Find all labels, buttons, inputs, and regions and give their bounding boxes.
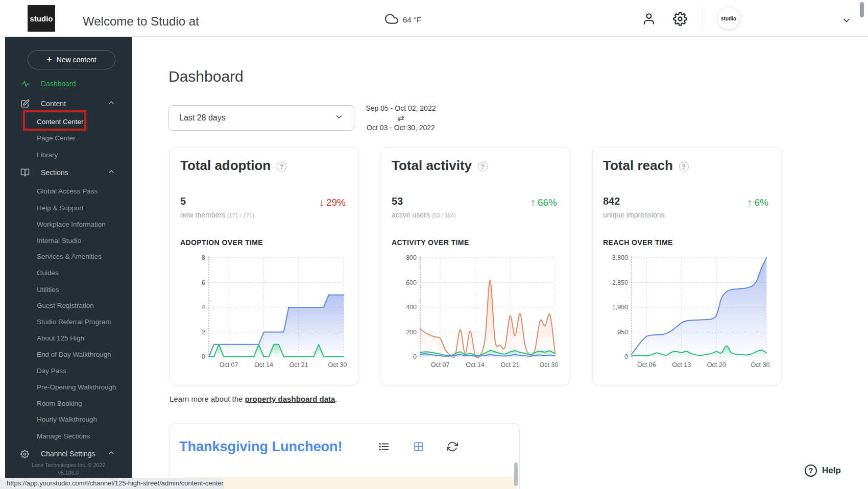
sidebar-item-internal-studio[interactable]: Internal Studio (5, 235, 132, 246)
chevron-up-icon[interactable] (107, 167, 116, 178)
chart-heading: ACTIVITY OVER TIME (392, 238, 469, 247)
svg-text:Oct 07: Oct 07 (220, 361, 238, 369)
book-icon (20, 167, 31, 178)
dashboard-data-link[interactable]: property dashboard data (245, 395, 335, 403)
sidebar-item-services-amenities[interactable]: Services & Amenities (5, 251, 132, 262)
chevron-down-icon (334, 112, 344, 124)
channel-avatar[interactable]: studio (717, 7, 740, 30)
temperature-label: 64 °F (403, 15, 421, 24)
help-label: Help (822, 466, 841, 476)
svg-text:2,850: 2,850 (612, 279, 628, 286)
total-activity-card: Total activity? 53 active users (53 / 38… (381, 147, 570, 385)
window-scrollbar-thumb[interactable] (860, 2, 864, 17)
sidebar-item-guides[interactable]: Guides (5, 267, 132, 278)
sidebar-item-pre-opening-walkthrough[interactable]: Pre-Opening Walkthrough (5, 381, 132, 393)
metric-label: active users (53 / 384) (392, 211, 456, 219)
cloud-icon (385, 12, 398, 27)
delta-badge: ↑66% (530, 197, 557, 209)
arrow-up-icon: ↑ (747, 197, 753, 209)
svg-text:200: 200 (406, 329, 417, 336)
help-tooltip-icon[interactable]: ? (277, 162, 286, 172)
svg-text:400: 400 (406, 304, 417, 311)
new-content-label: New content (57, 56, 97, 64)
svg-text:600: 600 (406, 279, 417, 286)
date-range-value: Last 28 days (179, 113, 226, 123)
help-tooltip-icon[interactable]: ? (679, 162, 689, 172)
grid-view-icon[interactable] (413, 441, 424, 452)
metric-value: 53 (392, 195, 403, 207)
svg-text:4: 4 (202, 304, 205, 311)
svg-text:800: 800 (406, 254, 417, 261)
learn-more-text: Learn more about the property dashboard … (170, 395, 337, 403)
sidebar-item-hourly-walkthrough[interactable]: Hourly Walkthrough (5, 413, 132, 425)
card-scrollbar-thumb[interactable] (514, 462, 518, 486)
sidebar-item-library[interactable]: Library (5, 149, 132, 160)
date-range-select[interactable]: Last 28 days (168, 105, 354, 131)
studio-logo[interactable]: studio (28, 5, 55, 32)
sidebar-item-dashboard[interactable]: Dashboard (5, 78, 132, 89)
activity-chart: 0200400600800Oct 07Oct 14Oct 21Oct 30 (391, 253, 561, 371)
current-period-label: Oct 03 - Oct 30, 2022 (352, 123, 449, 133)
sidebar-item-end-of-day-walkthrough[interactable]: End of Day Walkthrough (5, 349, 132, 360)
refresh-icon[interactable] (447, 441, 458, 452)
card-title: Total activity (392, 158, 472, 174)
sidebar-item-day-pass[interactable]: Day Pass (5, 365, 132, 376)
svg-text:6: 6 (202, 279, 205, 286)
card-title: Total adoption (180, 158, 271, 174)
metric-detail: (53 / 384) (432, 212, 456, 218)
content-item-title[interactable]: Thanksgiving Luncheon! (179, 439, 343, 455)
gear-icon (20, 449, 31, 459)
svg-text:0: 0 (413, 353, 417, 360)
svg-text:Oct 07: Oct 07 (431, 361, 450, 369)
sidebar-item-workplace-information[interactable]: Workplace Information (5, 218, 132, 230)
content-preview-block (180, 477, 517, 489)
sidebar-item-channel-settings[interactable]: Channel Settings (5, 448, 132, 459)
svg-text:950: 950 (617, 329, 628, 336)
sidebar-item-utilities[interactable]: Utilities (5, 284, 132, 295)
new-content-button[interactable]: + New content (28, 50, 115, 69)
metric-value: 842 (603, 195, 620, 207)
settings-gear-icon[interactable] (673, 12, 687, 28)
svg-text:Oct 30: Oct 30 (540, 361, 559, 369)
page-title: Dashboard (168, 68, 244, 85)
svg-text:Oct 30: Oct 30 (751, 361, 770, 369)
sidebar-item-global-access-pass[interactable]: Global Access Pass (5, 185, 132, 197)
svg-text:Oct 14: Oct 14 (466, 361, 485, 369)
arrow-down-icon: ↓ (319, 197, 324, 209)
metric-label: new members (171 / 171) (180, 211, 254, 219)
sidebar-item-help-support[interactable]: Help & Support (5, 202, 132, 213)
chevron-up-icon[interactable] (107, 449, 116, 459)
svg-text:0: 0 (624, 353, 628, 360)
sidebar-item-page-center[interactable]: Page Center (5, 132, 132, 143)
app-title: Welcome to Studio at (83, 14, 199, 29)
reach-chart: 09501,9002,8503,800Oct 06Oct 13Oct 20Oct… (602, 253, 773, 371)
sidebar-item-content[interactable]: Content (5, 98, 132, 109)
sidebar-item-manage-sections[interactable]: Manage Sections (5, 430, 132, 442)
sidebar-item-guest-registration[interactable]: Guest Registration (5, 300, 132, 311)
chevron-up-icon[interactable] (107, 99, 116, 109)
metric-value: 5 (180, 195, 186, 207)
svg-text:Oct 21: Oct 21 (290, 361, 308, 369)
status-url: https://app.yourstudio.com/l/channel/125… (7, 479, 224, 487)
help-button[interactable]: ? Help (805, 464, 841, 477)
card-title: Total reach (603, 158, 673, 174)
swap-icon[interactable]: ⇄ (352, 113, 449, 123)
help-tooltip-icon[interactable]: ? (478, 162, 488, 172)
chevron-down-icon[interactable] (841, 15, 852, 28)
header-divider (703, 7, 703, 30)
sidebar-item-room-booking[interactable]: Room Booking (5, 398, 132, 409)
svg-text:1,900: 1,900 (612, 304, 628, 311)
svg-text:Oct 14: Oct 14 (254, 361, 273, 369)
svg-text:0: 0 (202, 353, 205, 360)
profile-icon[interactable] (642, 12, 656, 28)
svg-text:3,800: 3,800 (612, 254, 628, 261)
sidebar-item-studio-referral-program[interactable]: Studio Referral Program (5, 316, 132, 327)
sidebar-item-sections[interactable]: Sections (5, 167, 132, 178)
compare-period: Sep 05 - Oct 02, 2022 ⇄ Oct 03 - Oct 30,… (352, 104, 449, 133)
sidebar-item-about-125-high[interactable]: About 125 High (5, 332, 132, 344)
adoption-chart: 02468Oct 07Oct 14Oct 21Oct 30 (179, 253, 350, 371)
list-view-icon[interactable] (378, 441, 390, 452)
top-header: studio Welcome to Studio at 64 °F studio (0, 0, 868, 37)
metric-label: unique impressions (603, 211, 665, 219)
sidebar-item-content-center[interactable]: Content Center (5, 116, 132, 127)
